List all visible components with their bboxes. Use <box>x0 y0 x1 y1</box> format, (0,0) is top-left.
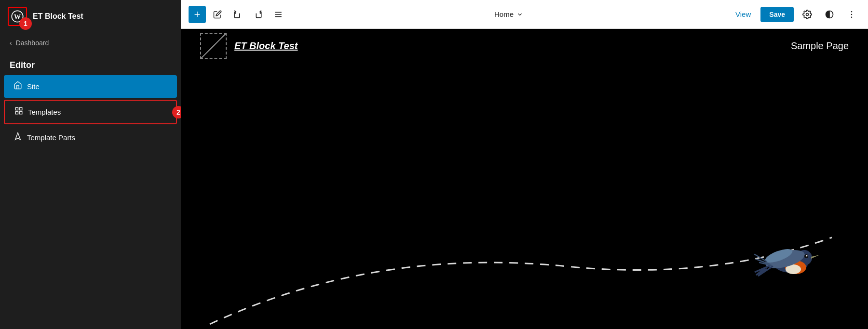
more-options-button[interactable] <box>843 6 860 23</box>
sidebar-item-template-parts-label: Template Parts <box>27 133 75 142</box>
templates-icon <box>14 106 23 118</box>
toolbar: + <box>181 0 868 29</box>
dashboard-link[interactable]: ‹ Dashboard <box>0 33 181 53</box>
template-parts-icon <box>14 132 22 143</box>
svg-text:W: W <box>14 13 21 21</box>
toolbar-right: View Save <box>731 6 860 23</box>
canvas-header-left: ET Block Test <box>200 33 298 59</box>
site-title: ET Block Test <box>33 12 83 21</box>
dashboard-label: Dashboard <box>16 39 49 47</box>
canvas-header: ET Block Test Sample Page <box>181 29 868 63</box>
sidebar-item-template-parts[interactable]: Template Parts <box>4 126 177 149</box>
svg-rect-2 <box>15 107 18 110</box>
sidebar: W 1 ET Block Test ‹ Dashboard Editor Sit… <box>0 0 181 329</box>
sidebar-item-site-label: Site <box>27 82 40 91</box>
settings-button[interactable] <box>799 6 816 23</box>
sidebar-item-templates[interactable]: Templates 2 <box>4 100 177 124</box>
wp-logo[interactable]: W 1 <box>8 7 27 26</box>
logo-placeholder <box>200 33 227 59</box>
svg-point-14 <box>851 11 853 12</box>
chevron-left-icon: ‹ <box>10 39 12 47</box>
svg-point-24 <box>806 255 808 257</box>
toolbar-left: + <box>189 6 287 23</box>
bird-container <box>752 233 829 290</box>
add-button[interactable]: + <box>189 6 206 23</box>
sidebar-item-site[interactable]: Site <box>4 75 177 98</box>
badge-1: 1 <box>19 17 32 30</box>
view-button[interactable]: View <box>731 7 756 21</box>
svg-marker-6 <box>15 133 21 140</box>
bird-svg <box>752 233 829 290</box>
list-view-button[interactable] <box>270 6 287 23</box>
svg-point-12 <box>806 13 809 15</box>
toolbar-center: Home <box>291 7 727 21</box>
home-button[interactable]: Home <box>489 7 528 21</box>
canvas-site-name: ET Block Test <box>234 40 298 52</box>
svg-rect-3 <box>20 107 22 110</box>
sidebar-item-templates-label: Templates <box>28 108 61 116</box>
sidebar-header: W 1 ET Block Test <box>0 0 181 33</box>
redo-button[interactable] <box>249 6 267 23</box>
svg-rect-5 <box>20 112 22 114</box>
canvas-nav-link: Sample Page <box>791 40 849 52</box>
svg-rect-4 <box>15 112 18 114</box>
editor-label: Editor <box>0 53 181 74</box>
svg-point-16 <box>851 16 853 18</box>
undo-button[interactable] <box>229 6 246 23</box>
home-icon <box>14 81 22 92</box>
contrast-button[interactable] <box>821 6 838 23</box>
canvas: ET Block Test Sample Page <box>181 29 868 329</box>
edit-button[interactable] <box>209 6 226 23</box>
svg-point-15 <box>851 13 853 15</box>
save-button[interactable]: Save <box>760 7 794 22</box>
home-label: Home <box>494 10 514 18</box>
